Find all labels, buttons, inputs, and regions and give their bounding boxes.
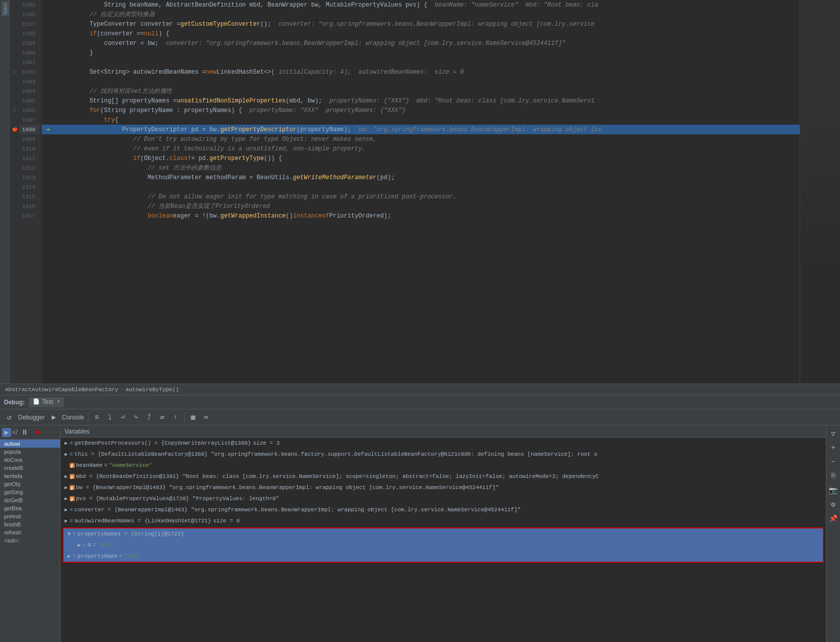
left-sidebar: learn (0, 0, 10, 384)
code-line-1599: converter = bw; converter: "org.springfr… (42, 38, 800, 48)
frame-item-popula[interactable]: popula (0, 448, 60, 456)
filter-icon[interactable]: ▽ (827, 427, 839, 440)
line-number: 1602 (19, 67, 39, 77)
restore-layout-button[interactable]: ≔ (200, 411, 212, 423)
code-line-1613: MethodParameter methodParam = BeanUtils.… (42, 173, 800, 182)
expand-icon[interactable]: ▶ (63, 451, 70, 457)
code-line-1605: String[] propertyNames = unsatisfiedNonS… (42, 96, 800, 105)
var-row-propertyname[interactable]: ▶ ≡ propertyName = "XXX" (64, 551, 823, 562)
frame-item-autowi[interactable]: autowi (0, 440, 60, 448)
line-number: 1610 (19, 144, 39, 153)
var-row-propertynames[interactable]: ▼ ≡ propertyNames = {String[1]@1722} (64, 528, 823, 540)
eq-icon: ≡ (73, 531, 76, 537)
main-container: learn ◇ ◇ 🍎 1595 1596 1597 1598 1599 (0, 0, 840, 642)
expand-icon[interactable]: ▶ (66, 553, 73, 559)
step-out-button[interactable]: ⤷ (130, 411, 142, 423)
var-row-pvs[interactable]: ▶ p pvs = {MutablePropertyValues@1720} "… (61, 493, 826, 504)
line-number: 1605 (19, 96, 39, 105)
expand-icon[interactable]: ▶ (63, 440, 70, 446)
console-button[interactable]: ▶ (48, 411, 60, 423)
code-content[interactable]: String beanName, AbstractBeanDefinition … (42, 0, 800, 384)
smart-step-into-button[interactable]: ↑ (170, 411, 182, 423)
restart-button[interactable]: ↺ (3, 411, 15, 423)
minus-icon[interactable]: − (827, 456, 839, 468)
stop-button[interactable]: ■ (32, 426, 44, 439)
code-line-1609: // Don't try autowiring by type for type… (42, 134, 800, 144)
debug-toolbar: ↺ Debugger ▶ Console ≡ ⤵ ⤶ ⤷ ⤴ ⇄ ↑ ▦ ≔ (0, 409, 840, 425)
eq-icon: ≡ (70, 440, 73, 446)
eq-icon: ≡ (70, 507, 73, 513)
debug-tab-test[interactable]: 📄 Test × (29, 397, 64, 407)
expand-icon[interactable]: ▶ (76, 542, 83, 548)
line-number: 1604 (19, 86, 39, 96)
breadcrumb-class[interactable]: AbstractAutowireCapableBeanFactory (5, 387, 118, 393)
expand-icon-expanded[interactable]: ▼ (66, 531, 73, 537)
expand-icon[interactable]: ▶ (63, 496, 70, 502)
var-row-beanname[interactable]: p beanName = "nameService" (61, 460, 826, 471)
variables-list[interactable]: ▶ ≡ getBeanPostProcessors() = {CopyOnWri… (61, 438, 826, 642)
step-into-button[interactable]: ⤶ (117, 411, 129, 423)
frame-item-init[interactable]: <init>: (0, 537, 60, 545)
p-icon: p (70, 485, 75, 490)
eq-icon: ≡ (83, 542, 86, 548)
settings-icon[interactable]: ⚙ (827, 498, 839, 510)
frame-item-dogetb[interactable]: doGetB (0, 496, 60, 504)
evaluate-button[interactable]: ⇄ (156, 411, 169, 423)
var-row-autowiredbeannames[interactable]: ▶ ≡ autowiredBeanNames = {LinkedHashSet@… (61, 515, 826, 526)
frame-item-finishb[interactable]: finishB (0, 520, 60, 528)
expand-icon[interactable]: ▶ (63, 485, 70, 491)
breadcrumb-method[interactable]: autowireByType() (126, 387, 179, 393)
line-number: 1603 (19, 77, 39, 86)
add-icon[interactable]: + (827, 442, 839, 454)
frame-item-docrea[interactable]: doCrea (0, 456, 60, 464)
console-label: Console (62, 414, 84, 421)
frame-item-preinst[interactable]: preInst (0, 512, 60, 520)
line-number: 1600 (19, 48, 39, 58)
code-line-1598: if (converter == null) { (42, 29, 800, 38)
highlighted-variables-group: ▼ ≡ propertyNames = {String[1]@1722} ▶ ≡… (63, 527, 824, 563)
line-number: 1613 (19, 173, 39, 182)
var-row-this[interactable]: ▶ ≡ this = {DefaultListableBeanFactory@1… (61, 449, 826, 460)
pause-button[interactable]: ⏸ (19, 426, 31, 439)
line-number: 1617 (19, 211, 39, 221)
code-line-1611: if (Object.class != pd.getPropertyType()… (42, 153, 800, 163)
gutter: ◇ ◇ 🍎 (10, 0, 19, 384)
camera-icon[interactable]: 📷 (827, 484, 839, 496)
play-button[interactable]: ▶ (2, 428, 11, 437)
frames-count-label: ≡2 (12, 430, 18, 435)
step-over-button[interactable]: ⤵ (104, 411, 116, 423)
pin-icon[interactable]: 📌 (827, 512, 839, 524)
line-number: 1598 (19, 29, 39, 38)
var-row-prop-0[interactable]: ▶ ≡ 0 = "XXX" (64, 540, 823, 551)
frame-item-getobj[interactable]: getObj (0, 480, 60, 488)
variables-tab[interactable]: Variables (61, 425, 826, 438)
var-row-getbeanpostprocessors[interactable]: ▶ ≡ getBeanPostProcessors() = {CopyOnWri… (61, 438, 826, 449)
line-number: 1607 (19, 115, 39, 125)
frame-item-createb[interactable]: createB (0, 464, 60, 472)
frames-button[interactable]: ≡ (91, 411, 103, 423)
var-row-mbd[interactable]: ▶ p mbd = {RootBeanDefinition@1391} "Roo… (61, 471, 826, 482)
debug-tab-close[interactable]: × (57, 399, 60, 404)
expand-icon[interactable]: ▶ (63, 507, 70, 513)
debug-panel: Debug: 📄 Test × ↺ Debugger ▶ Console ≡ ⤵… (0, 395, 840, 642)
line-number: 1601 (19, 58, 39, 67)
line-number: 1596 (19, 10, 39, 19)
frame-item-getsing[interactable]: getSing (0, 488, 60, 496)
toolbar-separator-2 (184, 412, 185, 422)
var-row-bw[interactable]: ▶ p bw = {BeanWrapperImpl@1463} "org.spr… (61, 482, 826, 493)
run-to-cursor-button[interactable]: ⤴ (143, 411, 155, 423)
expand-icon[interactable]: ▶ (63, 473, 70, 479)
code-line-1617: boolean eager = !(bw.getWrappedInstance(… (42, 211, 800, 221)
variables-panel: Variables ▶ ≡ getBeanPostProcessors() = … (61, 425, 826, 642)
expand-icon[interactable]: ▶ (63, 518, 70, 524)
frame-item-lambda[interactable]: lambda (0, 472, 60, 480)
var-row-converter[interactable]: ▶ ≡ converter = {BeanWrapperImpl@1463} "… (61, 504, 826, 515)
line-number: 1597 (19, 19, 39, 29)
learn-tab[interactable]: learn (2, 1, 9, 16)
frame-item-getbea[interactable]: getBea (0, 504, 60, 512)
code-line-1597: TypeConverter converter = getCustomTypeC… (42, 19, 800, 29)
frame-item-refresh[interactable]: refresh (0, 528, 60, 537)
copy-icon[interactable]: ⎘ (827, 470, 839, 482)
watch-button[interactable]: ▦ (187, 411, 199, 423)
line-number: 1595 (19, 0, 39, 10)
